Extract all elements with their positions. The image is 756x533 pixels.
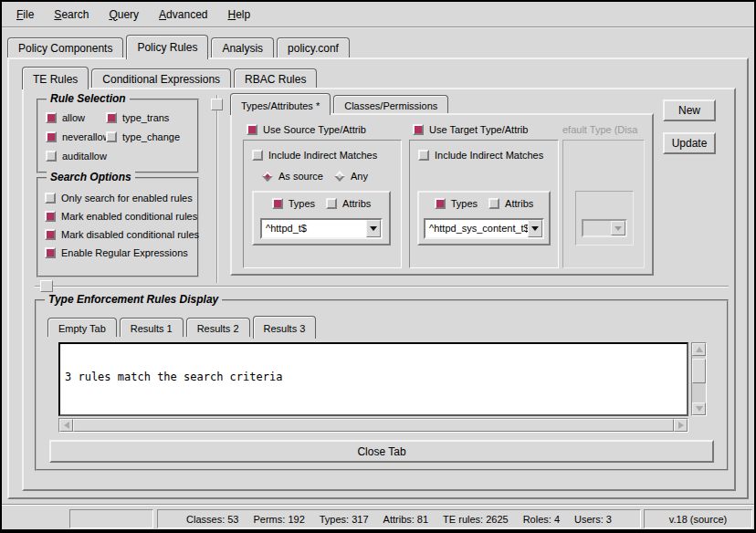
vscroll-thumb[interactable] <box>692 359 706 383</box>
chevron-down-icon[interactable] <box>528 220 542 237</box>
horizontal-sash <box>35 286 729 287</box>
statusbar-separator <box>2 504 754 506</box>
checkbox-source-indirect[interactable]: Include Indirect Matches <box>252 150 377 161</box>
menu-file[interactable]: File <box>6 5 44 25</box>
arrow-up-icon[interactable] <box>692 343 706 356</box>
checkbox-indicator <box>45 229 56 240</box>
checkbox-type-trans[interactable]: type_trans <box>106 112 197 123</box>
results-summary: 3 rules match the search criteria <box>65 371 687 383</box>
checkbox-source-attribs[interactable]: Attribs <box>326 198 371 209</box>
checkbox-indicator <box>435 198 446 209</box>
checkbox-indicator <box>326 198 337 209</box>
horizontal-sash-handle[interactable] <box>40 280 53 292</box>
chevron-down-icon[interactable] <box>366 220 381 237</box>
results-vertical-scrollbar[interactable] <box>691 342 707 416</box>
menu-advanced[interactable]: Advanced <box>149 5 217 25</box>
source-type-combobox[interactable]: ^httpd_t$ <box>260 218 383 239</box>
tab-policy-conf[interactable]: policy.conf <box>277 37 350 57</box>
apol-window: File Search Query Advanced Help Policy C… <box>0 0 756 533</box>
checkbox-target-indirect[interactable]: Include Indirect Matches <box>418 150 543 161</box>
stat-roles: Roles: 4 <box>523 514 560 525</box>
default-type-label: efault Type (Disa <box>562 124 646 135</box>
checkbox-indicator <box>46 112 57 123</box>
checkbox-indicator <box>45 247 56 258</box>
checkbox-indicator <box>418 150 429 161</box>
checkbox-indicator <box>106 112 117 123</box>
tab-results-1[interactable]: Results 1 <box>120 318 184 337</box>
default-type-frame: efault Type (Disa <box>562 140 645 268</box>
checkbox-allow[interactable]: allow <box>46 112 106 123</box>
tab-te-rules[interactable]: TE Rules <box>22 67 89 89</box>
update-button[interactable]: Update <box>663 132 716 154</box>
checkbox-neverallow[interactable]: neverallow <box>46 131 106 142</box>
source-types-frame: Types Attribs ^httpd_t$ <box>252 191 391 246</box>
target-type-combobox[interactable]: ^httpd_sys_content_t$ <box>424 218 544 239</box>
checkbox-indicator <box>252 150 263 161</box>
menu-help[interactable]: Help <box>217 5 260 25</box>
results-horizontal-scrollbar[interactable] <box>58 418 688 433</box>
stat-types: Types: 317 <box>320 514 369 525</box>
rules-notebook-tabs: TE Rules Conditional Expressions RBAC Ru… <box>22 66 320 88</box>
rule-selection-group: Rule Selection allow type_trans neverall… <box>37 99 199 173</box>
group-title: Type Enforcement Rules Display <box>45 293 222 306</box>
checkbox-source-types[interactable]: Types <box>272 198 315 209</box>
tab-analysis[interactable]: Analysis <box>211 37 274 57</box>
checkbox-indicator <box>45 193 56 204</box>
tab-results-2[interactable]: Results 2 <box>186 318 250 337</box>
statusbar-stats-panel: Classes: 53 Perms: 192 Types: 317 Attrib… <box>157 509 641 528</box>
checkbox-target-types[interactable]: Types <box>435 198 478 209</box>
close-tab-button[interactable]: Close Tab <box>49 440 714 463</box>
tab-rbac-rules[interactable]: RBAC Rules <box>234 68 317 88</box>
checkbox-target-attribs[interactable]: Attribs <box>488 198 533 209</box>
vertical-sash-handle[interactable] <box>211 99 223 110</box>
checkbox-use-source-type[interactable]: Use Source Type/Attrib <box>247 124 366 135</box>
menu-search[interactable]: Search <box>44 5 99 25</box>
checkbox-enable-regex[interactable]: Enable Regular Expressions <box>45 247 197 258</box>
main-notebook-tabs: Policy Components Policy Rules Analysis … <box>7 33 352 57</box>
hscroll-thumb[interactable] <box>73 419 674 432</box>
results-text-frame: 3 rules match the search criteria (5822)… <box>58 342 688 416</box>
arrow-down-icon[interactable] <box>692 402 706 415</box>
results-tabs: Empty Tab Results 1 Results 2 Results 3 <box>47 314 319 337</box>
stat-attribs: Attribs: 81 <box>383 514 429 525</box>
policy-rules-page: TE Rules Conditional Expressions RBAC Ru… <box>7 57 749 499</box>
te-rules-display-group: Type Enforcement Rules Display Empty Tab… <box>35 299 729 471</box>
stat-users: Users: 3 <box>574 514 612 525</box>
statusbar-message-panel <box>69 509 153 528</box>
target-types-frame: Types Attribs ^httpd_sys_content_t$ <box>417 191 551 246</box>
group-title: Search Options <box>47 171 135 183</box>
tab-classes-permissions[interactable]: Classes/Permissions <box>333 95 448 113</box>
tab-empty[interactable]: Empty Tab <box>47 318 117 337</box>
checkbox-indicator <box>46 151 57 162</box>
types-attributes-page: Use Source Type/Attrib Include Indirect … <box>230 113 654 276</box>
checkbox-auditallow[interactable]: auditallow <box>46 151 106 162</box>
statusbar-version-panel: v.18 (source) <box>644 509 752 528</box>
results-text-area[interactable]: 3 rules match the search criteria (5822)… <box>60 344 687 414</box>
checkbox-indicator <box>106 131 117 142</box>
group-title: Rule Selection <box>47 92 130 105</box>
policy-version: v.18 (source) <box>669 514 727 525</box>
te-rules-page: Rule Selection allow type_trans neverall… <box>22 88 736 491</box>
new-button[interactable]: New <box>663 99 716 121</box>
arrow-left-icon[interactable] <box>59 419 73 432</box>
menu-query[interactable]: Query <box>99 5 149 25</box>
checkbox-only-enabled-rules[interactable]: Only search for enabled rules <box>45 193 197 204</box>
tab-policy-rules[interactable]: Policy Rules <box>126 35 208 59</box>
tab-types-attributes[interactable]: Types/Attributes * <box>230 93 331 115</box>
tab-conditional-expressions[interactable]: Conditional Expressions <box>91 68 231 88</box>
checkbox-mark-disabled-conditional[interactable]: Mark disabled conditional rules <box>45 229 197 240</box>
default-type-inner-frame <box>575 191 634 246</box>
radio-any[interactable]: Any <box>334 171 368 182</box>
checkbox-mark-enabled-conditional[interactable]: Mark enabled conditional rules <box>45 211 197 222</box>
tab-policy-components[interactable]: Policy Components <box>7 37 123 57</box>
default-type-combobox <box>582 219 627 237</box>
arrow-right-icon[interactable] <box>674 419 688 432</box>
checkbox-indicator <box>46 131 57 142</box>
checkbox-use-target-type[interactable]: Use Target Type/Attrib <box>413 124 528 135</box>
radio-as-source[interactable]: As source <box>262 171 323 182</box>
checkbox-indicator <box>45 211 56 222</box>
radio-indicator <box>262 171 272 181</box>
checkbox-type-change[interactable]: type_change <box>106 131 197 142</box>
tab-results-3[interactable]: Results 3 <box>253 316 317 339</box>
checkbox-indicator <box>247 124 257 135</box>
